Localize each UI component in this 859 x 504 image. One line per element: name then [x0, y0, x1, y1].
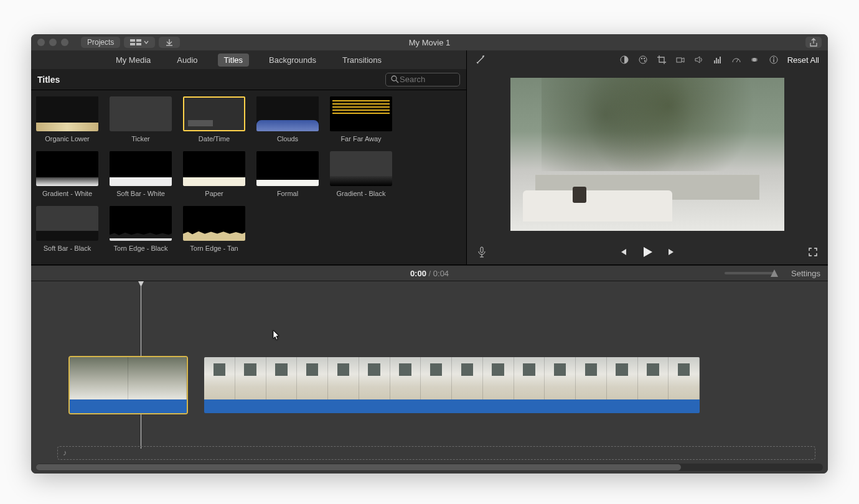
projects-button[interactable]: Projects [81, 37, 120, 48]
preview-viewport[interactable] [467, 69, 828, 240]
title-label: Ticker [131, 135, 150, 142]
svg-point-9 [644, 60, 645, 62]
clip-2[interactable] [203, 356, 701, 414]
svg-point-4 [392, 76, 397, 81]
svg-rect-11 [714, 60, 715, 63]
color-palette-icon[interactable] [638, 55, 648, 65]
window-title: My Movie 1 [409, 38, 450, 47]
title-tile-grad-b[interactable]: Gradient - Black [330, 151, 392, 197]
svg-point-17 [753, 58, 756, 62]
speed-icon[interactable] [731, 55, 741, 65]
magic-wand-icon[interactable] [476, 55, 486, 65]
volume-icon[interactable] [694, 55, 704, 65]
title-tile-torn-b[interactable]: Torn Edge - Black [110, 206, 172, 252]
window-controls [37, 39, 68, 46]
crop-icon[interactable] [657, 55, 667, 65]
svg-rect-20 [773, 59, 774, 62]
close-dot[interactable] [37, 39, 45, 46]
info-icon[interactable] [769, 55, 779, 65]
viewer-toolbar: Reset All [467, 50, 828, 69]
title-tile-organic[interactable]: Organic Lower [36, 96, 98, 142]
title-tile-formal[interactable]: Formal [256, 151, 319, 197]
search-icon [390, 75, 400, 85]
svg-rect-21 [481, 247, 483, 253]
settings-button[interactable]: Settings [791, 269, 820, 278]
svg-rect-12 [716, 58, 717, 63]
search-input[interactable] [400, 75, 456, 84]
app-window: Projects My Movie 1 My MediaAudioTitlesB… [31, 34, 828, 474]
reset-all-button[interactable]: Reset All [787, 55, 819, 65]
audio-track-empty[interactable] [57, 446, 815, 460]
svg-rect-3 [136, 43, 141, 45]
svg-rect-1 [130, 43, 135, 45]
video-track [68, 356, 701, 414]
zoom-slider[interactable] [725, 272, 774, 274]
title-tile-datetime[interactable]: Date/Time [183, 96, 245, 142]
clip-audio [204, 399, 700, 413]
svg-rect-0 [130, 39, 135, 42]
svg-point-19 [773, 57, 774, 58]
playback-controls [467, 240, 828, 264]
mic-icon[interactable] [477, 247, 487, 257]
tab-backgrounds[interactable]: Backgrounds [263, 54, 322, 67]
play-button[interactable] [641, 245, 654, 259]
title-label: Far Far Away [340, 135, 381, 142]
browser-section-label: Titles [37, 75, 60, 85]
svg-point-6 [639, 56, 647, 63]
svg-rect-14 [720, 57, 721, 63]
title-tile-softbar-b[interactable]: Soft Bar - Black [36, 206, 98, 252]
tab-my-media[interactable]: My Media [110, 54, 157, 67]
tab-transitions[interactable]: Transitions [336, 54, 388, 67]
title-label: Torn Edge - Black [114, 245, 168, 252]
library-view-button[interactable] [124, 37, 155, 48]
time-total: 0:04 [433, 269, 449, 278]
title-tile-clouds[interactable]: Clouds [256, 96, 319, 142]
title-tile-softbar-w[interactable]: Soft Bar - White [110, 151, 172, 197]
minimize-dot[interactable] [49, 39, 57, 46]
svg-point-8 [643, 58, 644, 59]
title-tile-paper[interactable]: Paper [183, 151, 245, 197]
camera-icon[interactable] [675, 55, 685, 65]
title-tile-grad-w[interactable]: Gradient - White [36, 151, 98, 197]
title-label: Gradient - Black [337, 190, 386, 197]
clip-1[interactable] [68, 356, 188, 414]
title-label: Soft Bar - White [116, 190, 165, 197]
prev-button[interactable] [618, 247, 628, 257]
title-tile-ticker[interactable]: Ticker [110, 96, 172, 142]
status-bar: 0:00 / 0:04 Settings [31, 265, 828, 281]
svg-rect-13 [718, 59, 719, 63]
titlebar: Projects My Movie 1 [31, 34, 828, 50]
browser-tabs: My MediaAudioTitlesBackgroundsTransition… [31, 50, 466, 69]
clip-audio [70, 399, 187, 413]
title-label: Soft Bar - Black [44, 245, 91, 252]
title-tile-torn-t[interactable]: Torn Edge - Tan [183, 206, 245, 252]
zoom-dot[interactable] [61, 39, 68, 46]
search-field[interactable] [385, 73, 460, 86]
preview-frame [510, 78, 784, 231]
title-label: Paper [205, 190, 223, 197]
contrast-icon[interactable] [619, 55, 629, 65]
time-current: 0:00 [410, 269, 426, 278]
title-label: Clouds [277, 135, 298, 142]
timeline[interactable] [31, 281, 828, 474]
title-label: Gradient - White [42, 190, 92, 197]
fullscreen-icon[interactable] [808, 247, 818, 257]
next-button[interactable] [667, 247, 677, 257]
title-label: Organic Lower [45, 135, 90, 142]
viewer-panel: Reset All [467, 50, 828, 264]
title-label: Formal [277, 190, 298, 197]
titles-grid: Organic LowerTickerDate/TimeCloudsFar Fa… [31, 90, 466, 264]
workspace: My MediaAudioTitlesBackgroundsTransition… [31, 50, 828, 474]
horizontal-scrollbar[interactable] [36, 464, 823, 471]
stabilization-icon[interactable] [750, 55, 760, 65]
tab-audio[interactable]: Audio [171, 54, 204, 67]
media-browser: My MediaAudioTitlesBackgroundsTransition… [31, 50, 467, 264]
equalizer-icon[interactable] [713, 55, 723, 65]
svg-point-7 [641, 58, 642, 59]
title-label: Torn Edge - Tan [190, 245, 238, 252]
share-button[interactable] [805, 37, 822, 48]
mouse-cursor [273, 330, 280, 341]
title-tile-farfar[interactable]: Far Far Away [330, 96, 392, 142]
import-button[interactable] [159, 37, 180, 48]
tab-titles[interactable]: Titles [218, 54, 250, 67]
